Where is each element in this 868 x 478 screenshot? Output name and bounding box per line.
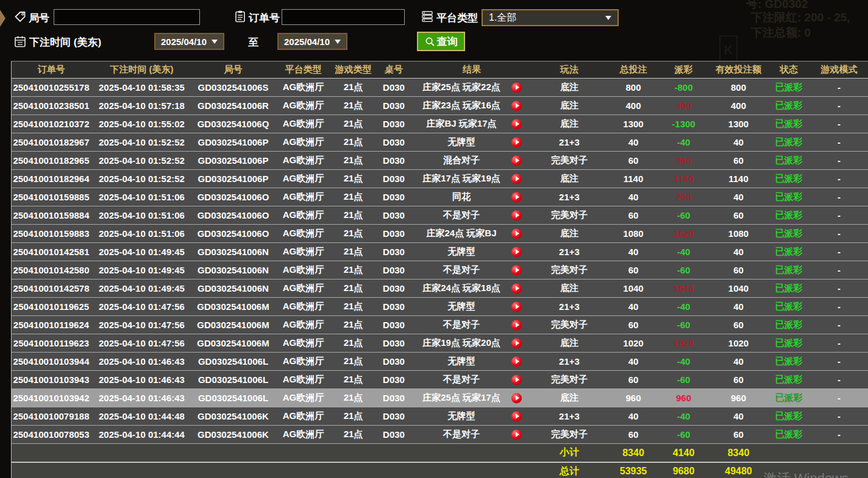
game-type-cell: 21点 <box>333 191 374 203</box>
table-row[interactable]: 2504100101196252025-04-10 01:47:56GD0302… <box>12 298 868 316</box>
play-replay-icon[interactable] <box>511 137 522 147</box>
play-replay-icon[interactable] <box>511 356 522 367</box>
play-replay-icon[interactable] <box>511 247 522 257</box>
clipboard-icon <box>233 10 247 23</box>
play-replay-icon[interactable] <box>511 174 522 184</box>
payout-cell: -60 <box>658 374 710 385</box>
game-type-cell: 21点 <box>333 319 374 331</box>
bet-time-cell: 2025-04-10 01:52:52 <box>91 174 193 184</box>
status-cell: 已派彩 <box>767 356 810 367</box>
date-to-value: 2025/04/10 <box>284 37 330 47</box>
valid-bet-cell: 1080 <box>710 228 767 239</box>
table-row[interactable]: 2504100101425812025-04-10 01:49:45GD0302… <box>12 243 868 261</box>
play-replay-icon[interactable] <box>511 192 522 202</box>
result-cell: 不是对子 <box>414 374 530 385</box>
play-replay-icon[interactable] <box>511 393 522 403</box>
play-replay-icon[interactable] <box>511 374 522 385</box>
table-row[interactable]: 2504100101039442025-04-10 01:46:43GD0302… <box>12 353 868 371</box>
status-cell: 已派彩 <box>767 82 810 93</box>
bet-time-cell: 2025-04-10 01:55:02 <box>91 119 193 129</box>
status-cell: 已派彩 <box>767 337 810 349</box>
date-from-picker[interactable]: 2025/04/10 <box>154 33 224 50</box>
table-row[interactable]: 2504100101598832025-04-10 01:51:06GD0302… <box>12 225 868 243</box>
table-row[interactable]: 2504100102385012025-04-10 01:57:18GD0302… <box>12 97 868 115</box>
valid-bet-cell: 40 <box>710 356 767 367</box>
platform-type-cell: AG欧洲厅 <box>274 136 333 148</box>
payout-cell: -800 <box>658 82 710 93</box>
subtotal-row-total-bet: 8340 <box>609 448 658 459</box>
play-type-cell: 底注 <box>530 337 609 349</box>
play-replay-icon[interactable] <box>511 411 522 421</box>
play-replay-icon[interactable] <box>511 283 522 293</box>
result-text: 庄家19点 玩家20点 <box>422 337 500 348</box>
table-row[interactable]: 2504100100780532025-04-10 01:44:44GD0302… <box>12 426 868 444</box>
platform-select[interactable]: 1.全部 <box>482 9 619 26</box>
table-row[interactable]: 2504100100791882025-04-10 01:44:48GD0302… <box>12 407 868 426</box>
play-replay-icon[interactable] <box>511 100 522 111</box>
platform-type-cell: AG欧洲厅 <box>274 118 333 130</box>
result-text: 庄家25点 玩家22点 <box>422 82 500 92</box>
table-row[interactable]: 2504100102551782025-04-10 01:58:35GD0302… <box>12 79 868 97</box>
table-row[interactable]: 2504100101598842025-04-10 01:51:06GD0302… <box>12 206 868 225</box>
play-replay-icon[interactable] <box>511 82 522 93</box>
play-replay-icon[interactable] <box>511 210 522 220</box>
play-replay-icon[interactable] <box>511 301 522 312</box>
table-row[interactable]: 2504100101039432025-04-10 01:46:43GD0302… <box>12 371 868 389</box>
play-replay-icon[interactable] <box>511 265 522 275</box>
valid-bet-cell: 60 <box>710 155 767 166</box>
result-text: 不是对子 <box>443 209 480 220</box>
table-number-cell: D030 <box>374 174 414 184</box>
game-type-cell: 21点 <box>333 118 374 130</box>
platform-type-cell: AG欧洲厅 <box>274 356 333 367</box>
table-row[interactable]: 2504100101425802025-04-10 01:49:45GD0302… <box>12 261 868 279</box>
bet-time-cell: 2025-04-10 01:58:35 <box>91 82 193 93</box>
play-replay-icon[interactable] <box>511 320 522 330</box>
date-to-picker[interactable]: 2025/04/10 <box>277 33 347 50</box>
payout-cell: -60 <box>658 320 710 330</box>
table-number-cell: D030 <box>374 301 414 312</box>
payout-cell: 1040 <box>658 283 710 293</box>
round-number-cell: GD0302541006M <box>193 320 274 330</box>
total-bet-cell: 60 <box>609 155 658 166</box>
play-type-cell: 底注 <box>530 173 609 185</box>
game-mode-cell: - <box>810 137 868 147</box>
result-cell: 不是对子 <box>414 209 530 221</box>
table-row[interactable]: 2504100101829642025-04-10 01:52:52GD0302… <box>12 170 868 188</box>
table-row[interactable]: 2504100102103722025-04-10 01:55:02GD0302… <box>12 115 868 133</box>
payout-cell: -40 <box>658 356 710 367</box>
play-type-cell: 完美对子 <box>530 264 609 276</box>
total-bet-cell: 60 <box>609 374 658 385</box>
platform-type-cell: AG欧洲厅 <box>274 283 333 294</box>
table-row[interactable]: 2504100101196232025-04-10 01:47:56GD0302… <box>12 334 868 353</box>
order-input[interactable] <box>282 9 405 25</box>
column-header-12: 游戏模式 <box>810 64 868 76</box>
table-row[interactable]: 2504100101829672025-04-10 01:52:52GD0302… <box>12 133 868 152</box>
play-replay-icon[interactable] <box>511 338 522 348</box>
calendar-icon <box>13 35 27 48</box>
search-icon <box>425 37 435 47</box>
search-button[interactable]: 查询 <box>417 32 465 51</box>
table-row[interactable]: 2504100101829652025-04-10 01:52:52GD0302… <box>12 152 868 170</box>
table-row[interactable]: 2504100101196242025-04-10 01:47:56GD0302… <box>12 316 868 334</box>
order-number-cell: 250410010119623 <box>12 338 91 348</box>
status-cell: 已派彩 <box>767 319 810 331</box>
play-type-cell: 底注 <box>530 82 609 93</box>
chevron-down-icon <box>335 40 341 44</box>
table-row[interactable]: 2504100101425782025-04-10 01:49:45GD0302… <box>12 279 868 298</box>
table-row[interactable]: 2504100101598852025-04-10 01:51:06GD0302… <box>12 188 868 206</box>
play-replay-icon[interactable] <box>511 119 522 129</box>
play-replay-icon[interactable] <box>511 429 522 440</box>
play-replay-icon[interactable] <box>511 155 522 166</box>
play-replay-icon[interactable] <box>511 228 522 239</box>
play-type-cell: 21+3 <box>530 192 609 202</box>
table-row[interactable]: 2504100101039422025-04-10 01:46:43GD0302… <box>12 389 868 407</box>
result-cell: 混合对子 <box>414 155 530 166</box>
game-type-cell: 21点 <box>333 392 374 404</box>
records-table: 订单号下注时间 (美东)局号平台类型游戏类型桌号结果玩法总投注派彩有效投注额状态… <box>11 61 868 478</box>
play-type-cell: 底注 <box>530 228 609 239</box>
result-text: 庄家24点 玩家BJ <box>426 228 496 238</box>
result-text: 不是对子 <box>443 319 480 329</box>
round-input[interactable] <box>54 9 200 25</box>
bet-time-cell: 2025-04-10 01:51:06 <box>91 192 193 202</box>
bet-time-cell: 2025-04-10 01:47:56 <box>91 320 193 330</box>
